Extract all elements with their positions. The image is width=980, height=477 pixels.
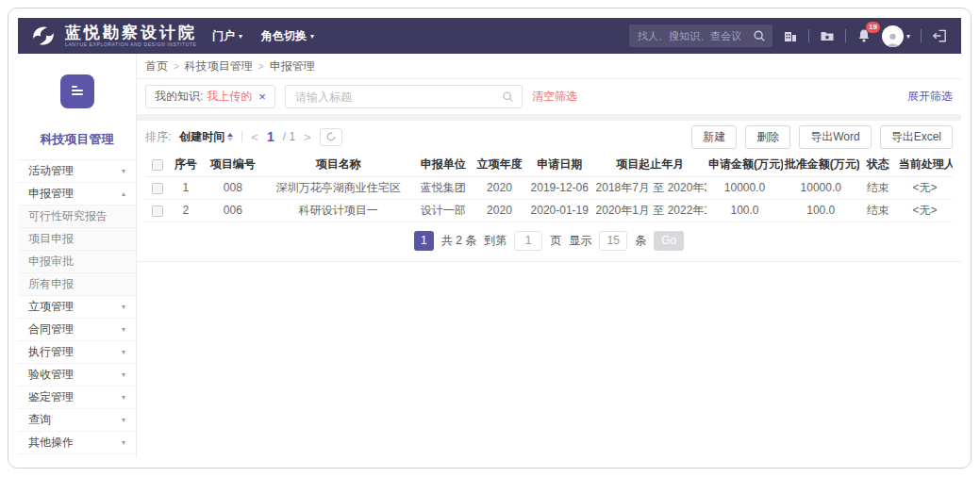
- sort-label: 排序:: [145, 129, 171, 145]
- page-size-input[interactable]: [599, 231, 627, 251]
- chevron-down-icon: ▾: [122, 348, 125, 356]
- sidebar-item-activity-mgmt[interactable]: 活动管理 ▾: [18, 160, 136, 183]
- delete-button[interactable]: 删除: [745, 125, 790, 149]
- divider: [808, 29, 809, 42]
- chevron-down-icon: ▾: [122, 167, 125, 175]
- title-search-input[interactable]: [293, 90, 496, 105]
- sidebar-item-declare-mgmt[interactable]: 申报管理 ▴: [18, 183, 136, 206]
- breadcrumb-home[interactable]: 首页: [145, 58, 168, 74]
- title-search-box[interactable]: [285, 85, 523, 108]
- current-page-number: 1: [267, 129, 274, 144]
- main-content: 首页 > 科技项目管理 > 申报管理 我的知识: 我上传的 × 清: [137, 54, 961, 458]
- rows-unit-label: 条: [635, 233, 646, 249]
- sort-order-icon[interactable]: [227, 133, 233, 141]
- next-page-arrow[interactable]: >: [304, 130, 311, 144]
- go-button[interactable]: Go: [654, 231, 684, 251]
- sort-field-created-time[interactable]: 创建时间: [179, 129, 233, 145]
- chevron-down-icon: ▾: [122, 393, 125, 402]
- sidebar-subitem-declare-approval[interactable]: 申报审批: [18, 251, 136, 273]
- goto-page-input[interactable]: [514, 231, 542, 251]
- sidebar-item-appraisal-mgmt[interactable]: 鉴定管理 ▾: [18, 387, 136, 409]
- row-checkbox[interactable]: [152, 206, 163, 217]
- col-header-current-handler: 当前处理人: [897, 153, 953, 176]
- col-header-status: 状态: [859, 153, 897, 176]
- sidebar-subitem-feasibility-report[interactable]: 可行性研究报告: [18, 206, 136, 228]
- expand-filter-link[interactable]: 展开筛选: [907, 89, 953, 105]
- filter-tag-my-knowledge: 我的知识: 我上传的 ×: [145, 85, 275, 108]
- empty-area: [137, 262, 961, 459]
- goto-page-label: 到第: [484, 233, 507, 249]
- refresh-button[interactable]: [320, 128, 342, 146]
- table-row[interactable]: 1 008 深圳万花亭湖商业住宅区 蓝悦集团 2020 2019-12-06 2…: [145, 176, 953, 199]
- pagination-bar: 1 共 2 条 到第 页 显示 条 Go: [137, 222, 961, 262]
- total-count-label: 共 2 条: [441, 233, 476, 249]
- brand-logo-icon: [29, 24, 58, 48]
- prev-page-arrow[interactable]: <: [251, 130, 258, 144]
- table-row[interactable]: 2 006 科研设计项目一 设计一部 2020 2020-01-19 2020年…: [145, 199, 953, 222]
- sidebar-module-title: 科技项目管理: [18, 108, 136, 159]
- export-word-button[interactable]: 导出Word: [799, 125, 871, 149]
- sidebar-item-execution-mgmt[interactable]: 执行管理 ▾: [18, 341, 136, 364]
- sidebar-item-other-ops[interactable]: 其他操作 ▾: [18, 432, 136, 454]
- favorites-folder-icon[interactable]: [820, 28, 835, 43]
- page-unit-label: 页: [550, 233, 561, 249]
- global-search-box[interactable]: [629, 25, 772, 47]
- global-search-input[interactable]: [636, 29, 749, 42]
- brand[interactable]: 蓝悦勘察设计院 LANYUE EXPLORATION AND DESIGN IN…: [29, 24, 197, 48]
- chevron-down-icon: ▾: [122, 325, 125, 334]
- breadcrumb-separator: >: [258, 61, 264, 72]
- breadcrumb-declare-mgmt: 申报管理: [270, 58, 315, 74]
- page-button-1[interactable]: 1: [414, 231, 434, 251]
- chevron-down-icon: ▾: [122, 416, 125, 424]
- col-header-apply-amount: 申请金额(万元): [706, 153, 783, 176]
- notifications-bell-icon[interactable]: 19: [856, 28, 872, 43]
- select-all-checkbox[interactable]: [152, 159, 163, 171]
- breadcrumb: 首页 > 科技项目管理 > 申报管理: [137, 54, 961, 79]
- col-header-declare-unit: 申报单位: [412, 153, 473, 176]
- divider: [241, 131, 242, 142]
- section-divider: [137, 114, 961, 121]
- sidebar-subitem-project-declare[interactable]: 项目申报: [18, 228, 136, 251]
- sidebar-item-query[interactable]: 查询 ▾: [18, 409, 136, 432]
- filter-bar: 我的知识: 我上传的 × 清空筛选 展开筛选: [137, 79, 961, 114]
- col-header-project-no: 项目编号: [202, 153, 264, 176]
- organization-icon[interactable]: [783, 28, 798, 43]
- search-icon[interactable]: [753, 29, 766, 42]
- divider: [845, 29, 846, 42]
- table-header-row: 序号 项目编号 项目名称 申报单位 立项年度 申请日期 项目起止年月 申请金额(…: [145, 153, 953, 176]
- col-header-year: 立项年度: [473, 153, 525, 176]
- list-toolbar: 排序: 创建时间 < 1 / 1 >: [137, 121, 961, 153]
- total-pages: / 1: [283, 130, 295, 143]
- breadcrumb-separator: >: [174, 61, 179, 72]
- sidebar-item-initiation-mgmt[interactable]: 立项管理 ▾: [18, 296, 136, 319]
- export-excel-button[interactable]: 导出Excel: [880, 125, 953, 149]
- chevron-up-icon: ▴: [122, 189, 125, 198]
- avatar[interactable]: [882, 25, 904, 47]
- chevron-down-icon: ▾: [906, 32, 910, 41]
- sidebar-subitem-all-declares[interactable]: 所有申报: [18, 273, 136, 296]
- close-icon[interactable]: ×: [258, 90, 266, 104]
- divider: [921, 29, 922, 42]
- chevron-down-icon: ▾: [122, 438, 125, 447]
- notification-badge: 19: [866, 22, 880, 33]
- brand-title: 蓝悦勘察设计院: [65, 25, 197, 41]
- nav-menu-portal[interactable]: 门户 ▾: [212, 28, 242, 44]
- sidebar-item-acceptance-mgmt[interactable]: 验收管理 ▾: [18, 364, 136, 387]
- nav-menu-role-switch[interactable]: 角色切换 ▾: [261, 28, 314, 44]
- col-header-apply-date: 申请日期: [525, 153, 594, 176]
- module-list-icon[interactable]: [60, 74, 94, 108]
- chevron-down-icon: ▾: [239, 32, 242, 41]
- row-checkbox[interactable]: [152, 183, 163, 194]
- breadcrumb-tech-project-mgmt[interactable]: 科技项目管理: [185, 58, 253, 74]
- show-label: 显示: [569, 233, 591, 249]
- chevron-down-icon: ▾: [310, 32, 314, 41]
- chevron-down-icon: ▾: [122, 370, 125, 379]
- filter-tag-value: 我上传的: [207, 89, 252, 105]
- sidebar-item-contract-mgmt[interactable]: 合同管理 ▾: [18, 319, 136, 341]
- chevron-down-icon: ▾: [122, 303, 125, 311]
- user-menu[interactable]: ▾: [882, 25, 910, 47]
- new-button[interactable]: 新建: [691, 125, 737, 149]
- logout-icon[interactable]: [932, 28, 948, 43]
- search-icon[interactable]: [502, 90, 514, 103]
- clear-filter-link[interactable]: 清空筛选: [532, 89, 577, 105]
